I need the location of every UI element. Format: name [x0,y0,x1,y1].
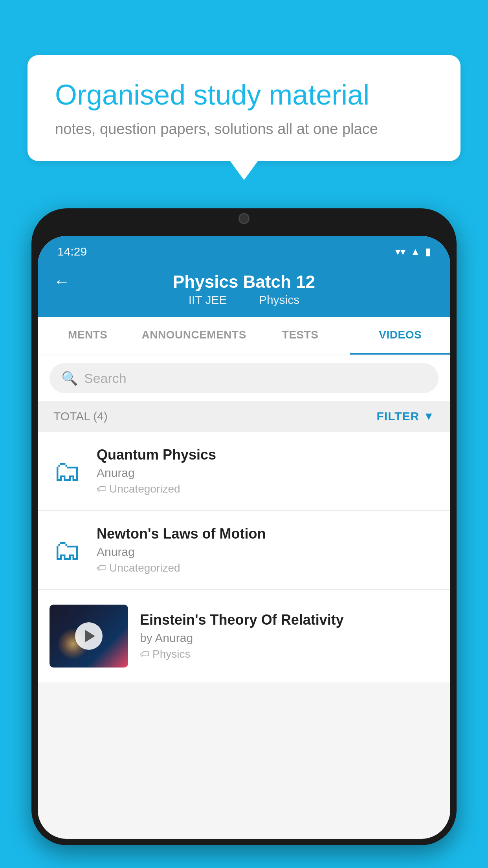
tab-bar: MENTS ANNOUNCEMENTS TESTS VIDEOS [38,317,450,355]
video-info: Einstein's Theory Of Relativity by Anura… [140,612,438,660]
app-bar-subtitle: IIT JEE Physics [184,293,305,307]
wifi-icon: ▾▾ [395,246,405,258]
tag-label: Physics [152,648,190,660]
signal-icon: ▲ [410,246,420,258]
video-author: Anurag [97,466,438,480]
video-thumbnail [50,605,128,668]
video-tag: 🏷 Uncategorized [97,483,438,495]
phone-notch [205,208,283,229]
tag-icon: 🏷 [140,649,149,660]
folder-icon: 🗂 [53,455,81,487]
back-button[interactable]: ← [53,272,70,291]
total-count: TOTAL (4) [53,410,108,423]
video-folder-icon-wrap: 🗂 [50,534,85,566]
tab-videos[interactable]: VIDEOS [350,317,450,355]
phone-wrapper: 14:29 ▾▾ ▲ ▮ ← Physics Batch 12 IIT JEE … [31,208,457,868]
subtitle-physics: Physics [259,293,299,306]
list-item[interactable]: Einstein's Theory Of Relativity by Anura… [38,590,450,682]
video-title: Newton's Laws of Motion [97,526,438,542]
filter-bar: TOTAL (4) FILTER ▼ [38,401,450,432]
tag-label: Uncategorized [109,562,180,574]
status-icons: ▾▾ ▲ ▮ [395,246,431,258]
search-bar-container: 🔍 Search [38,355,450,401]
subtitle-separator [240,293,250,306]
video-info: Quantum Physics Anurag 🏷 Uncategorized [97,447,438,495]
video-title: Einstein's Theory Of Relativity [140,612,438,628]
speech-bubble-section: Organised study material notes, question… [28,55,460,161]
video-folder-icon-wrap: 🗂 [50,455,85,487]
list-item[interactable]: 🗂 Newton's Laws of Motion Anurag 🏷 Uncat… [38,511,450,590]
search-bar[interactable]: 🔍 Search [50,363,438,393]
front-camera [238,213,250,224]
search-input[interactable]: Search [84,371,127,386]
video-author: Anurag [97,545,438,559]
tag-label: Uncategorized [109,483,180,495]
play-icon [85,630,95,642]
search-icon: 🔍 [61,370,78,386]
tab-ments[interactable]: MENTS [38,317,138,355]
filter-icon: ▼ [423,410,435,423]
list-item[interactable]: 🗂 Quantum Physics Anurag 🏷 Uncategorized [38,432,450,511]
tab-announcements[interactable]: ANNOUNCEMENTS [138,317,250,355]
tag-icon: 🏷 [97,563,106,574]
filter-label: FILTER [377,410,420,423]
status-time: 14:29 [57,245,87,258]
tab-tests[interactable]: TESTS [250,317,350,355]
bubble-subtitle: notes, question papers, solutions all at… [55,121,433,138]
video-author: by Anurag [140,631,438,645]
video-info: Newton's Laws of Motion Anurag 🏷 Uncateg… [97,526,438,574]
video-title: Quantum Physics [97,447,438,463]
filter-button[interactable]: FILTER ▼ [377,410,435,423]
video-tag: 🏷 Physics [140,648,438,660]
phone-screen: 14:29 ▾▾ ▲ ▮ ← Physics Batch 12 IIT JEE … [38,236,450,839]
battery-icon: ▮ [425,246,431,258]
phone-frame: 14:29 ▾▾ ▲ ▮ ← Physics Batch 12 IIT JEE … [31,208,457,845]
app-bar-title: Physics Batch 12 [173,272,315,292]
subtitle-iit: IIT JEE [189,293,227,306]
tag-icon: 🏷 [97,484,106,495]
play-button[interactable] [75,622,103,650]
app-bar: ← Physics Batch 12 IIT JEE Physics [38,263,450,317]
speech-bubble: Organised study material notes, question… [28,55,460,161]
status-bar: 14:29 ▾▾ ▲ ▮ [38,236,450,263]
video-tag: 🏷 Uncategorized [97,562,438,574]
folder-icon: 🗂 [53,534,81,566]
bubble-title: Organised study material [55,79,433,111]
